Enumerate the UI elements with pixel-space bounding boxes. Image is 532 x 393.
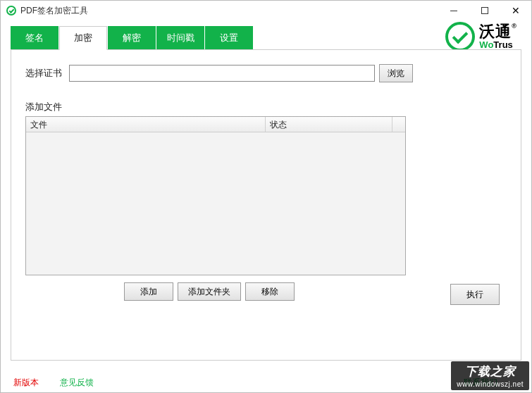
- tab-encrypt[interactable]: 加密: [59, 26, 107, 50]
- minimize-icon: [450, 11, 457, 11]
- cert-label: 选择证书: [25, 67, 69, 80]
- tab-decrypt[interactable]: 解密: [108, 26, 156, 50]
- feedback-link[interactable]: 意见反馈: [60, 377, 94, 389]
- tab-settings[interactable]: 设置: [205, 26, 253, 50]
- tab-bar: 签名 加密 解密 时间戳 设置: [11, 26, 254, 50]
- close-icon: ✕: [512, 6, 520, 15]
- logo-checkmark-icon: [445, 22, 475, 51]
- titlebar: PDF签名加密工具 ✕: [1, 1, 531, 20]
- new-version-link[interactable]: 新版本: [13, 377, 39, 389]
- window-controls: ✕: [438, 1, 531, 20]
- table-header: 文件 状态: [26, 117, 405, 132]
- logo-cn: 沃通: [479, 23, 512, 40]
- add-files-label: 添加文件: [25, 101, 507, 113]
- add-button[interactable]: 添加: [124, 282, 173, 301]
- execute-button[interactable]: 执行: [450, 284, 500, 305]
- watermark: 下载之家 www.windowszj.net: [451, 361, 529, 390]
- logo-text: 沃通® WoTrus: [479, 23, 517, 50]
- file-table: 文件 状态: [25, 116, 406, 275]
- cert-row: 选择证书 浏览: [25, 64, 507, 82]
- maximize-button[interactable]: [469, 1, 500, 20]
- table-body[interactable]: [26, 132, 405, 275]
- cert-path-input[interactable]: [69, 65, 375, 82]
- watermark-en: www.windowszj.net: [457, 380, 524, 389]
- browse-button[interactable]: 浏览: [379, 64, 413, 82]
- window-title: PDF签名加密工具: [20, 5, 88, 17]
- logo-en-wo: Wo: [479, 39, 493, 50]
- content-panel: 选择证书 浏览 添加文件 文件 状态 添加 添加文件夹 移除 执行: [11, 49, 521, 361]
- brand-logo: 沃通® WoTrus: [445, 22, 517, 51]
- add-folder-button[interactable]: 添加文件夹: [178, 282, 241, 301]
- logo-en-trus: Trus: [493, 39, 512, 50]
- tab-timestamp[interactable]: 时间戳: [156, 26, 204, 50]
- execute-wrap: 执行: [446, 284, 500, 305]
- col-file[interactable]: 文件: [26, 117, 266, 132]
- app-window: PDF签名加密工具 ✕ 签名 加密 解密 时间戳 设置 沃通® WoTrus 选…: [0, 0, 532, 393]
- header-row: 签名 加密 解密 时间戳 设置 沃通® WoTrus: [1, 20, 531, 50]
- logo-reg: ®: [512, 23, 517, 30]
- col-status[interactable]: 状态: [266, 117, 392, 132]
- remove-button[interactable]: 移除: [245, 282, 295, 301]
- tab-sign[interactable]: 签名: [11, 26, 58, 50]
- watermark-cn: 下载之家: [457, 364, 524, 380]
- minimize-button[interactable]: [438, 1, 469, 20]
- app-icon: [6, 6, 16, 15]
- close-button[interactable]: ✕: [500, 1, 531, 20]
- maximize-icon: [481, 7, 488, 14]
